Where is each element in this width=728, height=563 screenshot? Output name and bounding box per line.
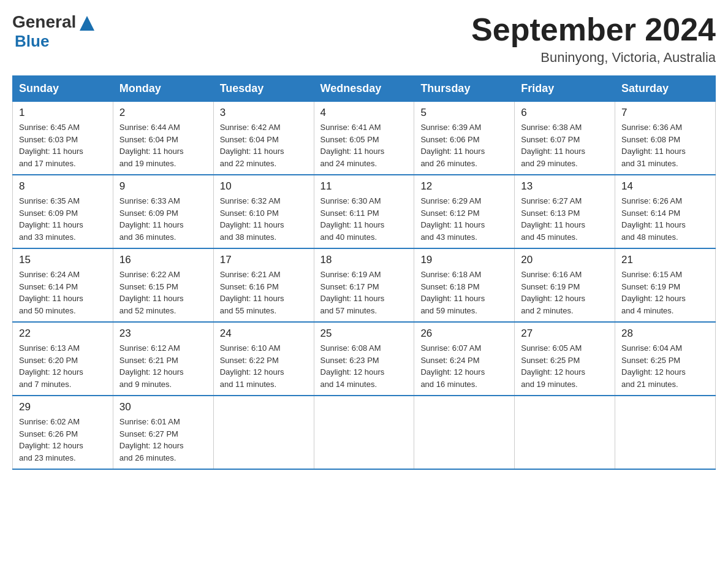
day-info: Sunrise: 6:22 AMSunset: 6:15 PMDaylight:… [119,269,207,316]
day-info: Sunrise: 6:45 AMSunset: 6:03 PMDaylight:… [19,121,107,169]
day-info: Sunrise: 6:26 AMSunset: 6:14 PMDaylight:… [621,195,709,243]
calendar-cell: 7Sunrise: 6:36 AMSunset: 6:08 PMDaylight… [615,102,716,175]
calendar-cell: 29Sunrise: 6:02 AMSunset: 6:26 PMDayligh… [13,396,113,469]
day-number: 1 [19,107,107,119]
day-number: 15 [19,254,107,266]
day-number: 30 [119,401,207,413]
col-friday: Friday [515,76,615,102]
day-info: Sunrise: 6:39 AMSunset: 6:06 PMDaylight:… [420,121,508,169]
col-monday: Monday [113,76,213,102]
calendar-cell: 10Sunrise: 6:32 AMSunset: 6:10 PMDayligh… [213,175,314,248]
location-subtitle: Buninyong, Victoria, Australia [471,50,716,66]
calendar-cell: 9Sunrise: 6:33 AMSunset: 6:09 PMDaylight… [113,175,213,248]
day-info: Sunrise: 6:44 AMSunset: 6:04 PMDaylight:… [119,121,207,169]
day-number: 21 [621,254,709,266]
calendar-header-row: Sunday Monday Tuesday Wednesday Thursday… [13,76,716,102]
day-info: Sunrise: 6:01 AMSunset: 6:27 PMDaylight:… [119,416,207,464]
day-info: Sunrise: 6:30 AMSunset: 6:11 PMDaylight:… [320,195,408,243]
calendar-cell: 3Sunrise: 6:42 AMSunset: 6:04 PMDaylight… [213,102,314,175]
day-number: 23 [119,327,207,340]
calendar-week-row: 29Sunrise: 6:02 AMSunset: 6:26 PMDayligh… [13,396,716,469]
day-info: Sunrise: 6:24 AMSunset: 6:14 PMDaylight:… [19,269,107,316]
day-info: Sunrise: 6:32 AMSunset: 6:10 PMDaylight:… [220,195,308,243]
calendar-cell: 24Sunrise: 6:10 AMSunset: 6:22 PMDayligh… [213,322,314,396]
day-number: 9 [119,180,207,193]
day-info: Sunrise: 6:21 AMSunset: 6:16 PMDaylight:… [220,269,308,316]
calendar-cell: 13Sunrise: 6:27 AMSunset: 6:13 PMDayligh… [515,175,615,248]
title-section: September 2024 Buninyong, Victoria, Aust… [471,12,716,66]
calendar-week-row: 1Sunrise: 6:45 AMSunset: 6:03 PMDaylight… [13,102,716,175]
col-sunday: Sunday [13,76,113,102]
day-number: 6 [521,107,609,119]
day-number: 7 [621,107,709,119]
svg-marker-0 [80,16,94,31]
calendar-cell: 22Sunrise: 6:13 AMSunset: 6:20 PMDayligh… [13,322,113,396]
calendar-cell: 30Sunrise: 6:01 AMSunset: 6:27 PMDayligh… [113,396,213,469]
calendar-cell: 6Sunrise: 6:38 AMSunset: 6:07 PMDaylight… [515,102,615,175]
day-info: Sunrise: 6:41 AMSunset: 6:05 PMDaylight:… [320,121,408,169]
day-number: 25 [320,327,408,340]
day-number: 12 [420,180,508,193]
calendar-cell [414,396,515,469]
month-title: September 2024 [471,12,716,47]
day-number: 3 [220,107,308,119]
day-number: 19 [420,254,508,266]
calendar-cell: 4Sunrise: 6:41 AMSunset: 6:05 PMDaylight… [314,102,414,175]
day-info: Sunrise: 6:02 AMSunset: 6:26 PMDaylight:… [19,416,107,464]
calendar-cell: 16Sunrise: 6:22 AMSunset: 6:15 PMDayligh… [113,248,213,322]
day-number: 20 [521,254,609,266]
day-number: 22 [19,327,107,340]
col-wednesday: Wednesday [314,76,414,102]
calendar-cell: 11Sunrise: 6:30 AMSunset: 6:11 PMDayligh… [314,175,414,248]
day-info: Sunrise: 6:05 AMSunset: 6:25 PMDaylight:… [521,342,609,390]
day-info: Sunrise: 6:16 AMSunset: 6:19 PMDaylight:… [521,269,609,316]
logo-blue-text: Blue [15,32,97,51]
day-number: 24 [220,327,308,340]
day-number: 13 [521,180,609,193]
calendar-table: Sunday Monday Tuesday Wednesday Thursday… [12,75,716,470]
calendar-cell: 14Sunrise: 6:26 AMSunset: 6:14 PMDayligh… [615,175,716,248]
day-info: Sunrise: 6:04 AMSunset: 6:25 PMDaylight:… [621,342,709,390]
day-info: Sunrise: 6:42 AMSunset: 6:04 PMDaylight:… [220,121,308,169]
calendar-cell: 19Sunrise: 6:18 AMSunset: 6:18 PMDayligh… [414,248,515,322]
calendar-cell [515,396,615,469]
calendar-cell: 8Sunrise: 6:35 AMSunset: 6:09 PMDaylight… [13,175,113,248]
calendar-cell [314,396,414,469]
day-info: Sunrise: 6:38 AMSunset: 6:07 PMDaylight:… [521,121,609,169]
calendar-cell: 2Sunrise: 6:44 AMSunset: 6:04 PMDaylight… [113,102,213,175]
calendar-cell: 15Sunrise: 6:24 AMSunset: 6:14 PMDayligh… [13,248,113,322]
day-info: Sunrise: 6:18 AMSunset: 6:18 PMDaylight:… [420,269,508,316]
day-number: 28 [621,327,709,340]
day-info: Sunrise: 6:07 AMSunset: 6:24 PMDaylight:… [420,342,508,390]
calendar-cell: 1Sunrise: 6:45 AMSunset: 6:03 PMDaylight… [13,102,113,175]
day-info: Sunrise: 6:13 AMSunset: 6:20 PMDaylight:… [19,342,107,390]
day-info: Sunrise: 6:12 AMSunset: 6:21 PMDaylight:… [119,342,207,390]
calendar-cell: 17Sunrise: 6:21 AMSunset: 6:16 PMDayligh… [213,248,314,322]
day-number: 8 [19,180,107,193]
day-number: 14 [621,180,709,193]
calendar-cell [213,396,314,469]
day-info: Sunrise: 6:19 AMSunset: 6:17 PMDaylight:… [320,269,408,316]
day-number: 2 [119,107,207,119]
day-info: Sunrise: 6:10 AMSunset: 6:22 PMDaylight:… [220,342,308,390]
day-number: 17 [220,254,308,266]
day-number: 10 [220,180,308,193]
logo-triangle-icon [77,13,97,33]
day-number: 27 [521,327,609,340]
logo: General Blue [12,12,97,51]
calendar-week-row: 8Sunrise: 6:35 AMSunset: 6:09 PMDaylight… [13,175,716,248]
day-number: 18 [320,254,408,266]
calendar-cell: 12Sunrise: 6:29 AMSunset: 6:12 PMDayligh… [414,175,515,248]
calendar-week-row: 15Sunrise: 6:24 AMSunset: 6:14 PMDayligh… [13,248,716,322]
calendar-cell: 26Sunrise: 6:07 AMSunset: 6:24 PMDayligh… [414,322,515,396]
calendar-cell: 21Sunrise: 6:15 AMSunset: 6:19 PMDayligh… [615,248,716,322]
calendar-cell: 25Sunrise: 6:08 AMSunset: 6:23 PMDayligh… [314,322,414,396]
day-number: 26 [420,327,508,340]
col-tuesday: Tuesday [213,76,314,102]
col-saturday: Saturday [615,76,716,102]
day-number: 4 [320,107,408,119]
day-info: Sunrise: 6:29 AMSunset: 6:12 PMDaylight:… [420,195,508,243]
calendar-cell: 5Sunrise: 6:39 AMSunset: 6:06 PMDaylight… [414,102,515,175]
day-info: Sunrise: 6:36 AMSunset: 6:08 PMDaylight:… [621,121,709,169]
day-info: Sunrise: 6:15 AMSunset: 6:19 PMDaylight:… [621,269,709,316]
